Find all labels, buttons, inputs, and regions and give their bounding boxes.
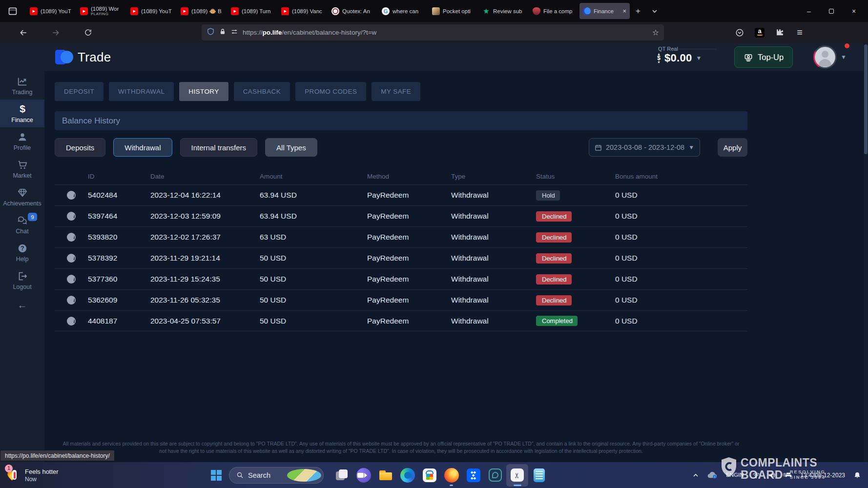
lock-icon[interactable] bbox=[219, 28, 226, 38]
browser-tab[interactable]: Quotex: An bbox=[328, 3, 378, 19]
filter-all-types[interactable]: All Types bbox=[265, 138, 317, 157]
top-up-button[interactable]: Top-Up bbox=[734, 46, 793, 68]
sidebar-item-trading[interactable]: Trading bbox=[0, 72, 44, 100]
sidebar-item-help[interactable]: ? Help bbox=[0, 239, 44, 266]
tab-my-safe[interactable]: MY SAFE bbox=[372, 82, 420, 101]
snipping-tool-icon bbox=[511, 468, 524, 482]
list-tabs-icon[interactable] bbox=[646, 3, 663, 19]
filter-deposits[interactable]: Deposits bbox=[55, 138, 105, 157]
browser-tab[interactable]: (1089) 🐵 B bbox=[177, 3, 227, 19]
info-icon[interactable]: i bbox=[67, 212, 76, 221]
taskbar-search[interactable]: Search bbox=[229, 467, 324, 484]
cell-date: 2023-12-03 12:59:09 bbox=[145, 212, 254, 221]
taskbar-app-snipping-tool[interactable] bbox=[506, 464, 528, 487]
filter-label: Internal transfers bbox=[191, 143, 247, 152]
volume-icon[interactable] bbox=[768, 472, 776, 479]
extensions-puzzle-icon[interactable] bbox=[773, 26, 786, 39]
weather-widget[interactable]: 1 Feels hotter Now bbox=[0, 468, 98, 483]
browser-tab[interactable]: Review sub bbox=[479, 3, 529, 19]
info-icon[interactable]: i bbox=[67, 296, 76, 305]
taskbar-app-store[interactable] bbox=[418, 464, 440, 487]
balance-value: $0.00 bbox=[664, 52, 692, 64]
tab-title: Pocket opti bbox=[443, 8, 475, 14]
tray-time: 13:43 bbox=[801, 472, 815, 479]
info-icon[interactable]: i bbox=[67, 317, 76, 325]
po-trade-logo[interactable] bbox=[55, 48, 73, 66]
tab-subtitle: PLAYING bbox=[91, 12, 124, 16]
firefox-view-icon[interactable] bbox=[4, 3, 21, 19]
sidebar-item-finance[interactable]: $ Finance bbox=[0, 100, 44, 127]
printer-icon[interactable] bbox=[785, 472, 792, 479]
amazon-extension-icon[interactable]: a bbox=[753, 26, 766, 39]
tracking-protection-shield-icon[interactable] bbox=[207, 27, 215, 38]
start-button[interactable] bbox=[207, 467, 225, 484]
sidebar-item-market[interactable]: Market bbox=[0, 155, 44, 183]
pocket-icon[interactable] bbox=[733, 26, 746, 39]
back-button[interactable] bbox=[15, 25, 32, 41]
tab-close-icon[interactable]: × bbox=[622, 7, 626, 15]
taskbar-app-file-explorer[interactable] bbox=[374, 464, 396, 487]
filter-label: Withdrawal bbox=[124, 143, 161, 152]
tab-deposit[interactable]: DEPOSIT bbox=[55, 82, 103, 101]
window-minimize-button[interactable]: – bbox=[798, 0, 820, 22]
avatar[interactable] bbox=[813, 45, 837, 69]
language-switcher[interactable]: ENG IN bbox=[726, 472, 744, 478]
browser-toolbar: https://po.life/en/cabinet/balance-histo… bbox=[0, 22, 868, 43]
taskbar-app-notepad[interactable] bbox=[528, 464, 550, 487]
taskbar-app-task-view[interactable] bbox=[331, 464, 352, 487]
reload-button[interactable] bbox=[79, 25, 97, 41]
hamburger-menu-icon[interactable]: ≡ bbox=[793, 26, 806, 39]
tray-chevron-icon[interactable] bbox=[693, 473, 699, 477]
tab-cashback[interactable]: CASHBACK bbox=[234, 82, 290, 101]
tab-withdrawal[interactable]: WITHDRAWAL bbox=[109, 82, 174, 101]
browser-tab[interactable]: (1089) Vanc bbox=[278, 3, 328, 19]
permissions-icon[interactable] bbox=[230, 28, 238, 38]
wifi-icon[interactable] bbox=[752, 472, 760, 479]
search-highlight-image[interactable] bbox=[287, 469, 322, 482]
browser-tab[interactable]: (1089) Wor PLAYING bbox=[77, 3, 127, 19]
sidebar-item-logout[interactable]: Logout bbox=[0, 266, 44, 294]
taskbar-app-chat[interactable] bbox=[352, 464, 374, 487]
filter-internal-transfers[interactable]: Internal transfers bbox=[180, 138, 258, 157]
collapse-sidebar-button[interactable]: ← bbox=[0, 294, 44, 316]
brand-name: Trade bbox=[78, 50, 111, 65]
new-tab-button[interactable]: + bbox=[630, 3, 646, 19]
apply-button[interactable]: Apply bbox=[718, 138, 747, 157]
sidebar-item-chat[interactable]: 9 Chat bbox=[0, 211, 44, 239]
taskbar-app-dropbox[interactable] bbox=[462, 464, 484, 487]
taskbar-clock[interactable]: 13:43 08-12-2023 bbox=[801, 472, 845, 479]
sidebar-item-profile[interactable]: Profile bbox=[0, 127, 44, 155]
browser-tab[interactable]: where can bbox=[378, 3, 429, 19]
browser-tab[interactable]: Finance × bbox=[579, 3, 630, 19]
account-balance-dropdown[interactable]: QT Real ▲$▼ $0.00 ▼ bbox=[657, 46, 716, 68]
svg-text:i: i bbox=[715, 475, 715, 478]
status-badge: Declined bbox=[536, 232, 572, 243]
browser-tab[interactable]: (1089) YouT bbox=[127, 3, 177, 19]
taskbar-app-pocket-app[interactable] bbox=[484, 464, 506, 487]
tab-promo-codes[interactable]: PROMO CODES bbox=[295, 82, 366, 101]
info-icon[interactable]: i bbox=[67, 233, 76, 242]
filter-withdrawal[interactable]: Withdrawal bbox=[113, 138, 172, 157]
onedrive-icon[interactable]: i bbox=[707, 471, 718, 479]
tab-history[interactable]: HISTORY bbox=[179, 82, 228, 101]
info-icon[interactable]: i bbox=[67, 254, 76, 263]
bookmark-star-icon[interactable]: ☆ bbox=[652, 28, 659, 37]
url-bar[interactable]: https://po.life/en/cabinet/balance-histo… bbox=[202, 24, 664, 41]
profile-menu[interactable]: ▼ bbox=[813, 45, 847, 69]
browser-tab[interactable]: File a comp bbox=[529, 3, 579, 19]
date-range-picker[interactable]: 2023-03-08 - 2023-12-08 ▼ bbox=[589, 138, 700, 157]
browser-tab[interactable]: (1089) Turn bbox=[227, 3, 278, 19]
taskbar-app-firefox[interactable] bbox=[440, 464, 462, 487]
window-close-button[interactable]: × bbox=[843, 0, 865, 22]
url-text[interactable]: https://po.life/en/cabinet/balance-histo… bbox=[243, 29, 648, 36]
info-icon[interactable]: i bbox=[67, 191, 76, 200]
scrollbar-thumb[interactable] bbox=[864, 44, 868, 154]
browser-tab[interactable]: Pocket opti bbox=[429, 3, 479, 19]
info-icon[interactable]: i bbox=[67, 275, 76, 284]
forward-button[interactable] bbox=[47, 25, 64, 41]
window-maximize-button[interactable] bbox=[820, 0, 843, 22]
browser-tab[interactable]: (1089) YouT bbox=[26, 3, 77, 19]
sidebar-item-achievements[interactable]: Achievements bbox=[0, 183, 44, 211]
notification-bell-icon[interactable] bbox=[853, 471, 861, 479]
taskbar-app-edge[interactable] bbox=[396, 464, 418, 487]
